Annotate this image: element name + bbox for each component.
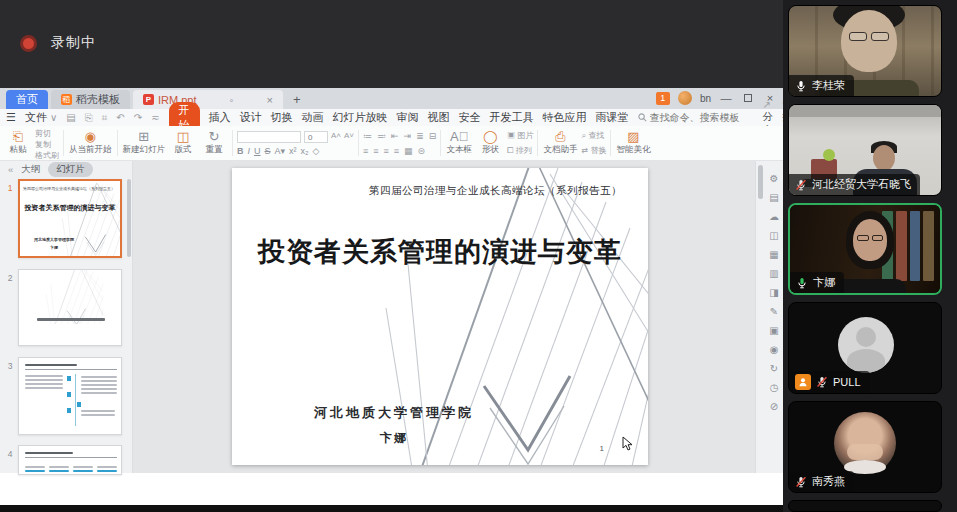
history-icon[interactable]: ◷ [767,382,781,393]
menu-devtools[interactable]: 开发工具 [490,110,534,125]
superscript-icon[interactable]: x² [289,146,297,156]
bullet-list-icon[interactable]: ≔ [363,131,372,141]
maximize-button[interactable] [741,92,755,104]
pin-tab-icon[interactable]: ◦ [230,94,234,106]
clear-format-icon[interactable]: ◇ [313,146,320,156]
copy-button[interactable]: 复制 [35,139,59,150]
arrange-button[interactable]: ⧠ 排列 [507,145,533,156]
layout-button[interactable]: ◫ 版式 [169,128,197,158]
properties-icon[interactable]: ⚙ [767,173,781,184]
picture-button[interactable]: ▣ 图片 [507,130,533,141]
font-family-select[interactable] [237,131,301,143]
shapes-button[interactable]: ◯ 形状 [476,128,504,158]
menu-rain-classroom[interactable]: 雨课堂 [596,110,629,125]
participant-tile[interactable]: 河北经贸大学石晓飞 [788,104,942,196]
menu-slideshow[interactable]: 幻灯片放映 [333,110,388,125]
new-tab-button[interactable]: + [293,92,301,107]
increase-font-icon[interactable]: A˄ [331,131,341,143]
menu-insert[interactable]: 插入 [209,110,231,125]
slide-thumbnail-4[interactable] [18,445,122,475]
hamburger-icon[interactable]: ☰ [6,111,16,124]
participant-tile-active-speaker[interactable]: 卞娜 [788,203,942,295]
new-slide-button[interactable]: ⊞ 新建幻灯片 [122,128,167,158]
refresh-icon[interactable]: ↻ [767,363,781,374]
italic-button[interactable]: I [248,146,251,156]
menu-view[interactable]: 视图 [428,110,450,125]
strikethrough-button[interactable]: S [265,146,271,156]
slide-thumbnail-3[interactable] [18,357,122,435]
tab-document[interactable]: P IRM.ppt ◦ × [133,90,283,109]
line-spacing-icon[interactable]: ≣ [416,131,424,141]
menu-review[interactable]: 审阅 [397,110,419,125]
paste-button[interactable]: ⎗ 粘贴 [4,128,32,158]
search-input[interactable] [650,112,754,123]
image-panel-icon[interactable]: ▣ [767,325,781,336]
account-avatar[interactable] [678,91,692,105]
tab-home[interactable]: 首页 [6,90,48,109]
text-direction-icon[interactable]: ⊟ [429,131,437,141]
slide-thumbnail-1[interactable]: 第四届公司治理与企业成长高端论坛（系列报告五） 投资者关系管理的演进与变革 河北… [18,179,122,258]
share-panel-icon[interactable]: ◫ [767,230,781,241]
animation-icon[interactable]: ◨ [767,287,781,298]
print-icon[interactable]: ⎘ [85,112,93,124]
preview-icon[interactable]: ⌗ [102,112,108,124]
participant-tile[interactable]: PULL [788,302,942,394]
slide-thumbnail-2[interactable] [18,269,122,346]
participant-tile[interactable]: 南秀燕 [788,401,942,493]
redo-icon[interactable]: ↷ [134,112,142,123]
align-center-icon[interactable]: ≡ [373,146,378,156]
canvas-scrollbar[interactable] [758,165,763,199]
find-button[interactable]: ⌕ 查找 [581,130,606,141]
grid-icon[interactable]: ▦ [767,249,781,260]
doc-assistant-button[interactable]: ⎙ 文档助手 [542,128,578,158]
font-size-select[interactable]: 0 [304,131,328,143]
cloud-icon[interactable]: ☁ [767,211,781,222]
format-painter-icon[interactable]: ≂ [151,112,159,123]
menu-animation[interactable]: 动画 [302,110,324,125]
decrease-font-icon[interactable]: A˅ [344,131,354,143]
textbox-button[interactable]: A⃞ 文本框 [445,128,473,158]
font-color-icon[interactable]: A▾ [275,146,286,156]
menu-file[interactable]: 文件 ∨ [25,110,57,125]
format-painter-button[interactable]: 格式刷 [35,150,59,161]
tab-docer[interactable]: 稻 稻壳模板 [51,90,130,109]
media-icon[interactable]: ◉ [767,344,781,355]
menu-security[interactable]: 安全 [459,110,481,125]
align-left-icon[interactable]: ≡ [363,146,368,156]
indent-icon[interactable]: ⇥ [404,131,412,141]
play-from-current-button[interactable]: ◉ 从当前开始 [68,128,113,158]
menu-featured-apps[interactable]: 特色应用 [543,110,587,125]
current-slide[interactable]: 第四届公司治理与企业成长高端论坛（系列报告五） 投资者关系管理的演进与变革 河北… [232,168,648,465]
close-tab-icon[interactable]: × [267,94,273,106]
participant-tile-partial[interactable] [788,500,942,512]
tab-outline[interactable]: 大纲 [21,163,40,176]
cut-button[interactable]: 剪切 [35,128,59,139]
menu-transition[interactable]: 切换 [271,110,293,125]
subscript-icon[interactable]: x₂ [301,146,309,156]
save-icon[interactable]: ▤ [66,112,75,123]
align-objects-icon[interactable]: ⊜ [418,146,426,156]
minimize-button[interactable]: — [719,92,733,104]
menu-design[interactable]: 设计 [240,110,262,125]
notification-badge[interactable]: 1 [656,92,670,105]
smart-beautify-button[interactable]: ▨ 智能美化 [615,128,651,158]
align-right-icon[interactable]: ≡ [384,146,389,156]
undo-icon[interactable]: ↶ [116,112,124,123]
command-search[interactable] [638,112,754,123]
participant-tile[interactable]: 李桂荣 [788,5,942,97]
columns-icon[interactable]: ▦ [404,146,413,156]
slide-layout-icon[interactable]: ▤ [767,192,781,203]
collapse-panel-icon[interactable]: « [8,164,13,175]
justify-icon[interactable]: ≡ [394,146,399,156]
outdent-icon[interactable]: ⇤ [391,131,399,141]
replace-button[interactable]: ⇄ 替换 [581,145,606,156]
account-name[interactable]: bn [700,93,711,104]
tab-slides[interactable]: 幻灯片 [48,162,93,177]
chart-icon[interactable]: ▥ [767,268,781,279]
help-panel-icon[interactable]: ⊘ [767,401,781,412]
panel-scrollbar[interactable] [127,179,131,257]
reset-button[interactable]: ↻ 重置 [200,128,228,158]
underline-button[interactable]: U [254,146,261,156]
bold-button[interactable]: B [237,146,244,156]
edit-icon[interactable]: ✎ [767,306,781,317]
